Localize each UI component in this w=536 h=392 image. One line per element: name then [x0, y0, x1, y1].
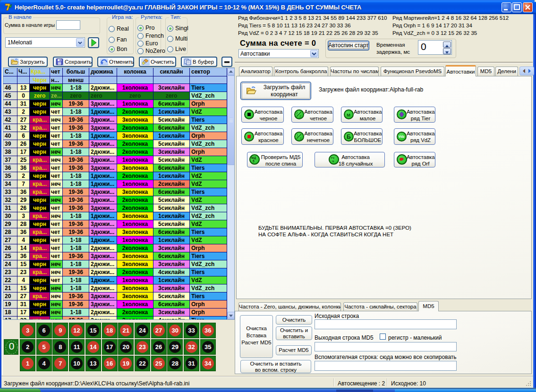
svg-text:2: 2 — [296, 111, 298, 115]
svg-text:Б: Б — [347, 133, 351, 140]
svg-text:1: 1 — [300, 137, 302, 140]
svg-text:5: 5 — [253, 159, 255, 163]
svg-text:ГС: ГС — [331, 157, 335, 159]
svg-text:2: 2 — [299, 115, 301, 118]
svg-text:1: 1 — [297, 133, 298, 137]
svg-text:м: м — [347, 112, 350, 117]
svg-text:Ч: Ч — [332, 160, 334, 163]
svg-text:Vdz: Vdz — [399, 135, 405, 138]
